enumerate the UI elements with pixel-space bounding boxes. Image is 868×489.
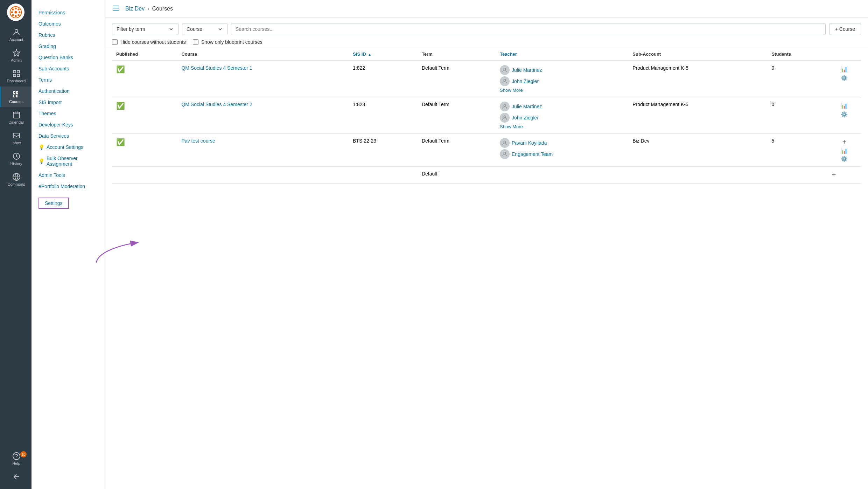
sidebar: Permissions Outcomes Rubrics Grading Que… <box>31 0 105 489</box>
lightbulb-icon-bulk: 💡 <box>38 158 44 164</box>
sidebar-link-admin-tools[interactable]: Admin Tools <box>31 170 105 181</box>
course-type-dropdown[interactable]: Course <box>182 23 227 35</box>
sidebar-link-developer-keys[interactable]: Developer Keys <box>31 119 105 130</box>
teacher-name-link[interactable]: John Ziegler <box>512 78 539 84</box>
show-blueprint-checkbox[interactable] <box>193 39 198 45</box>
svg-rect-16 <box>13 133 20 138</box>
teacher-avatar <box>500 76 510 86</box>
stats-icon[interactable]: 📊 <box>841 147 848 154</box>
nav-item-calendar[interactable]: Calendar <box>0 107 31 128</box>
main-content: Biz Dev › Courses Filter by term Course <box>105 0 868 489</box>
course-link[interactable]: QM Social Studies 4 Semester 2 <box>181 102 252 107</box>
settings-gear-icon[interactable]: ⚙️ <box>841 111 848 118</box>
th-sis-id[interactable]: SIS ID ▲ <box>349 48 418 61</box>
add-course-button[interactable]: + Course <box>829 23 861 35</box>
actions-cell: + 📊 ⚙️ <box>828 134 861 167</box>
sidebar-link-grading[interactable]: Grading <box>31 41 105 52</box>
filter-by-term-dropdown[interactable]: Filter by term <box>112 23 178 35</box>
sidebar-link-bulk-observer[interactable]: 💡 Bulk Observer Assignment <box>31 153 105 170</box>
sidebar-link-data-services[interactable]: Data Services <box>31 130 105 142</box>
actions-cell: + <box>828 167 861 184</box>
nav-item-account[interactable]: Account <box>0 25 31 45</box>
settings-gear-icon[interactable]: ⚙️ <box>841 75 848 81</box>
show-more-link[interactable]: Show More <box>500 88 624 93</box>
sidebar-link-authentication[interactable]: Authentication <box>31 85 105 97</box>
show-more-link[interactable]: Show More <box>500 124 624 129</box>
teacher-avatar <box>500 138 510 148</box>
teacher-name-link[interactable]: Julie Martinez <box>512 104 542 109</box>
sidebar-link-sis-import[interactable]: SIS Import <box>31 97 105 108</box>
sidebar-link-sub-accounts[interactable]: Sub-Accounts <box>31 63 105 74</box>
teacher-name-link[interactable]: Pavani Koyilada <box>512 140 547 146</box>
course-link[interactable]: QM Social Studies 4 Semester 1 <box>181 65 252 71</box>
students-cell: 5 <box>767 134 827 167</box>
teacher-cell: Julie Martinez John Ziegler Show More <box>496 61 628 97</box>
sidebar-link-eportfolio[interactable]: ePortfolio Moderation <box>31 181 105 192</box>
search-courses-input[interactable] <box>236 26 821 32</box>
breadcrumb-separator: › <box>147 6 149 12</box>
teacher-name-link[interactable]: Julie Martinez <box>512 67 542 73</box>
teacher-avatar <box>500 65 510 75</box>
hamburger-button[interactable] <box>112 4 120 13</box>
sub-account-cell: Biz Dev <box>628 134 767 167</box>
students-cell: 0 <box>767 97 827 134</box>
sidebar-link-terms[interactable]: Terms <box>31 74 105 85</box>
actions-cell: 📊 ⚙️ <box>828 97 861 134</box>
sis-id-cell: BTS 22-23 <box>349 134 418 167</box>
settings-box[interactable]: Settings <box>38 198 69 209</box>
hide-no-students-checkbox[interactable] <box>112 39 118 45</box>
breadcrumb-biz-dev[interactable]: Biz Dev <box>125 6 145 12</box>
nav-item-back[interactable] <box>0 469 31 485</box>
teacher-cell <box>496 167 628 184</box>
nav-item-admin[interactable]: Admin <box>0 45 31 66</box>
teacher-cell: Pavani Koyilada Engagement Team <box>496 134 628 167</box>
courses-table: Published Course SIS ID ▲ Term Teacher S… <box>112 48 861 184</box>
term-cell: Default Term <box>418 97 496 134</box>
left-nav-bar: Account Admin Dashboard Courses <box>0 0 31 489</box>
hide-no-students-label[interactable]: Hide courses without students <box>112 39 186 45</box>
svg-point-4 <box>11 11 13 13</box>
show-blueprint-label[interactable]: Show only blueprint courses <box>193 39 262 45</box>
nav-item-dashboard[interactable]: Dashboard <box>0 66 31 87</box>
published-cell: ✅ <box>112 97 177 134</box>
published-checkmark-icon: ✅ <box>116 66 125 73</box>
teacher-name-link[interactable]: Engagement Team <box>512 151 553 157</box>
course-name-cell: QM Social Studies 4 Semester 2 <box>177 97 349 134</box>
filter-dropdown-chevron <box>168 26 174 32</box>
sidebar-link-themes[interactable]: Themes <box>31 108 105 119</box>
search-courses-wrapper[interactable] <box>231 23 826 35</box>
add-icon[interactable]: + <box>842 138 847 146</box>
sidebar-link-rubrics[interactable]: Rubrics <box>31 29 105 41</box>
sidebar-link-outcomes[interactable]: Outcomes <box>31 18 105 29</box>
course-link[interactable]: Pav test course <box>181 138 215 144</box>
nav-logo[interactable] <box>7 4 24 21</box>
stats-icon[interactable]: 📊 <box>841 66 848 73</box>
nav-item-help[interactable]: 10 Help <box>0 448 31 469</box>
sis-id-cell <box>349 167 418 184</box>
controls-bar: Filter by term Course + Course Hide cour… <box>105 18 868 48</box>
sidebar-link-account-settings[interactable]: 💡 Account Settings <box>31 142 105 153</box>
add-icon[interactable]: + <box>832 171 836 179</box>
teacher-name-link[interactable]: John Ziegler <box>512 115 539 120</box>
stats-icon[interactable]: 📊 <box>841 102 848 109</box>
sidebar-link-permissions[interactable]: Permissions <box>31 7 105 18</box>
th-published: Published <box>112 48 177 61</box>
nav-item-history[interactable]: History <box>0 149 31 169</box>
sub-account-cell: Product Management K-5 <box>628 97 767 134</box>
published-checkmark-icon: ✅ <box>116 138 125 146</box>
nav-item-courses[interactable]: Courses <box>0 87 31 107</box>
svg-rect-12 <box>17 70 20 73</box>
th-actions <box>828 48 861 61</box>
breadcrumb: Biz Dev › Courses <box>125 6 173 12</box>
svg-point-9 <box>12 14 14 16</box>
nav-item-inbox[interactable]: Inbox <box>0 128 31 149</box>
students-cell: 0 <box>767 61 827 97</box>
settings-gear-icon[interactable]: ⚙️ <box>841 156 848 162</box>
svg-point-24 <box>504 152 506 154</box>
teacher-avatar <box>500 113 510 123</box>
svg-point-22 <box>504 116 506 118</box>
table-row: ✅ QM Social Studies 4 Semester 1 1:822 D… <box>112 61 861 97</box>
sidebar-link-question-banks[interactable]: Question Banks <box>31 52 105 63</box>
nav-item-commons[interactable]: Commons <box>0 169 31 190</box>
svg-point-1 <box>14 11 17 13</box>
